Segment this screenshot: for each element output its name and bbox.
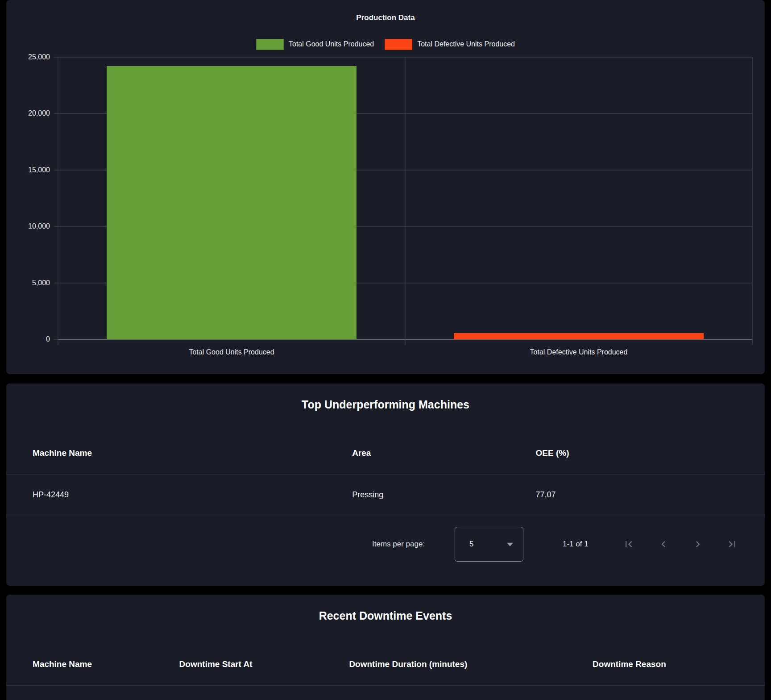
legend-swatch: [385, 39, 412, 50]
underperforming-machines-panel: Top Underperforming Machines Machine Nam…: [6, 383, 765, 586]
bar-defective-units: [454, 333, 704, 339]
column-header-downtime-reason: Downtime Reason: [593, 659, 765, 669]
column-header-area: Area: [352, 448, 535, 458]
legend-item-label: Total Good Units Produced: [289, 40, 374, 48]
column-header-machine-name: Machine Name: [6, 659, 179, 669]
last-page-button[interactable]: [722, 534, 742, 554]
table-row: HP-42449 Pressing 77.07: [6, 475, 765, 515]
bar-slot: [405, 57, 752, 339]
x-category-label: Total Good Units Produced: [58, 348, 405, 356]
chart-title: Production Data: [6, 13, 765, 22]
y-tick-label: 15,000: [28, 166, 50, 174]
y-tick-label: 20,000: [28, 109, 50, 117]
bar-good-units: [107, 66, 356, 339]
items-per-page-select[interactable]: 5: [455, 527, 523, 562]
x-tick-mark: [405, 339, 406, 345]
chart-legend: Total Good Units ProducedTotal Defective…: [6, 38, 765, 50]
column-header-oee: OEE (%): [536, 448, 765, 458]
y-tick-label: 0: [46, 335, 50, 343]
x-category-label: Total Defective Units Produced: [405, 348, 752, 356]
legend-item[interactable]: Total Good Units Produced: [256, 39, 374, 50]
downtime-events-panel: Recent Downtime Events Machine Name Down…: [6, 595, 765, 700]
legend-item[interactable]: Total Defective Units Produced: [385, 39, 515, 50]
next-page-button[interactable]: [688, 534, 708, 554]
legend-swatch: [256, 39, 284, 50]
x-tick-mark: [752, 339, 753, 345]
cell-machine-name: HP-42449: [6, 490, 352, 500]
production-chart-panel: Production Data Total Good Units Produce…: [6, 0, 765, 374]
paginator: Items per page: 5 1-1 of 1: [6, 527, 765, 562]
underperforming-title: Top Underperforming Machines: [6, 398, 765, 411]
column-header-machine-name: Machine Name: [6, 448, 352, 458]
items-per-page-value: 5: [469, 540, 473, 549]
previous-page-button[interactable]: [654, 534, 673, 554]
cell-oee: 77.07: [536, 490, 765, 500]
legend-item-label: Total Defective Units Produced: [417, 40, 515, 48]
y-tick-label: 10,000: [28, 222, 50, 230]
first-page-button[interactable]: [619, 534, 638, 554]
first-page-icon: [622, 538, 635, 550]
column-header-downtime-start: Downtime Start At: [179, 659, 349, 669]
plot-area: 05,00010,00015,00020,00025,000Total Good…: [58, 57, 752, 339]
chevron-down-icon: [507, 543, 513, 546]
last-page-icon: [726, 538, 738, 550]
y-tick-label: 25,000: [28, 53, 50, 61]
bar-slot: [58, 57, 405, 339]
items-per-page-label: Items per page:: [372, 540, 425, 549]
cell-area: Pressing: [352, 490, 535, 500]
next-page-icon: [692, 538, 704, 550]
y-tick-label: 5,000: [32, 279, 50, 287]
underperforming-header-row: Machine Name Area OEE (%): [6, 432, 765, 475]
previous-page-icon: [657, 538, 670, 550]
downtime-title: Recent Downtime Events: [6, 609, 765, 622]
column-header-downtime-duration: Downtime Duration (minutes): [349, 659, 593, 669]
downtime-header-row: Machine Name Downtime Start At Downtime …: [6, 643, 765, 686]
paginator-range-label: 1-1 of 1: [563, 540, 589, 549]
x-tick-mark: [58, 339, 58, 345]
